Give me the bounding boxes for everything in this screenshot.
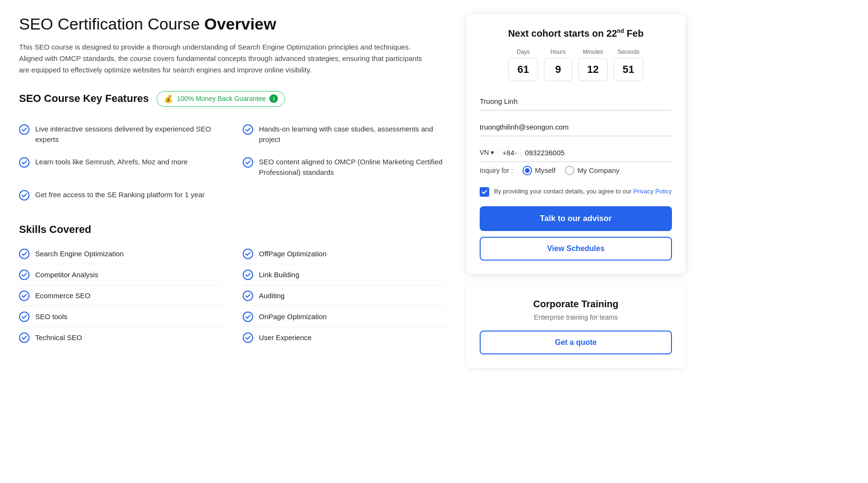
feature-item: Get free access to the SE Ranking platfo… — [19, 184, 224, 206]
course-description: This SEO course is designed to provide a… — [19, 41, 428, 76]
radio-company-indicator — [565, 166, 574, 175]
skill-text: Ecommerce SEO — [35, 292, 90, 300]
skill-text: User Experience — [259, 333, 312, 342]
skill-item: OffPage Optimization — [243, 243, 447, 264]
get-quote-button[interactable]: Get a quote — [480, 331, 672, 354]
check-icon — [19, 291, 30, 301]
corporate-subtitle: Enterprise training for teams — [480, 313, 672, 321]
money-back-badge: 💰 100% Money Back Guarantee i — [157, 91, 286, 107]
check-icon — [19, 157, 30, 168]
phone-number-input[interactable] — [525, 149, 672, 157]
check-icon — [243, 291, 253, 301]
skill-text: Link Building — [259, 271, 299, 279]
corporate-training-card: Corporate Training Enterprise training f… — [466, 285, 685, 368]
check-icon — [243, 332, 253, 343]
skill-item: Link Building — [243, 264, 447, 285]
country-selector[interactable]: VN ▾ — [480, 149, 498, 156]
name-input[interactable] — [480, 92, 672, 111]
countdown-seconds: Seconds 51 — [613, 49, 643, 81]
check-icon — [243, 249, 253, 259]
check-icon — [243, 124, 253, 135]
feature-item: Hands-on learning with case studies, ass… — [243, 118, 447, 151]
inquiry-row: Inquiry for : Myself My Company — [480, 162, 672, 179]
skills-title: Skills Covered — [19, 223, 447, 236]
feature-text: Learn tools like Semrush, Ahrefs, Moz an… — [35, 157, 187, 168]
check-icon — [243, 157, 253, 168]
skills-grid: Search Engine Optimization Competitor An… — [19, 243, 447, 348]
talk-to-advisor-button[interactable]: Talk to our advisor — [480, 206, 672, 231]
check-icon — [19, 312, 30, 322]
skill-text: Search Engine Optimization — [35, 250, 124, 258]
feature-item: Learn tools like Semrush, Ahrefs, Moz an… — [19, 151, 224, 184]
skill-item: Ecommerce SEO — [19, 285, 224, 306]
view-schedules-button[interactable]: View Schedules — [480, 237, 672, 261]
features-grid: Live interactive sessions delivered by e… — [19, 118, 447, 206]
countdown-hours: Hours 9 — [544, 49, 572, 81]
info-icon: i — [269, 94, 278, 103]
check-icon — [243, 270, 253, 280]
email-input[interactable] — [480, 118, 672, 136]
check-icon — [243, 312, 253, 322]
consent-row[interactable]: By providing your contact details, you a… — [480, 187, 672, 197]
countdown-days: Days 61 — [508, 49, 538, 81]
cohort-title: Next cohort starts on 22nd Feb — [480, 28, 672, 39]
cohort-card: Next cohort starts on 22nd Feb Days 61 H… — [466, 14, 685, 274]
phone-field[interactable]: VN ▾ +84- — [480, 144, 672, 162]
skill-text: OnPage Optimization — [259, 312, 327, 321]
skill-text: Technical SEO — [35, 333, 82, 342]
skills-right-column: OffPage Optimization Link Building Audit… — [243, 243, 447, 348]
skills-section: Skills Covered Search Engine Optimizatio… — [19, 223, 447, 348]
skill-text: Competitor Analysis — [35, 271, 99, 279]
main-content: SEO Certification Course Overview This S… — [19, 14, 447, 469]
name-field[interactable] — [480, 92, 672, 111]
sidebar: Next cohort starts on 22nd Feb Days 61 H… — [466, 14, 685, 469]
key-features-title: SEO Course Key Features — [19, 92, 149, 105]
check-icon — [19, 190, 30, 201]
money-bag-icon: 💰 — [164, 94, 173, 103]
radio-myself-indicator — [523, 166, 532, 175]
page-title: SEO Certification Course Overview — [19, 14, 447, 34]
feature-item: SEO content aligned to OMCP (Online Mark… — [243, 151, 447, 184]
countdown-minutes: Minutes 12 — [578, 49, 608, 81]
chevron-down-icon: ▾ — [491, 149, 494, 156]
privacy-policy-link[interactable]: Privacy Policy — [633, 188, 672, 195]
consent-checkbox[interactable] — [480, 187, 489, 197]
skill-item: User Experience — [243, 327, 447, 348]
skill-item: SEO tools — [19, 306, 224, 327]
skill-item: OnPage Optimization — [243, 306, 447, 327]
check-icon — [19, 270, 30, 280]
skill-item: Auditing — [243, 285, 447, 306]
consent-text: By providing your contact details, you a… — [494, 187, 672, 196]
skill-text: SEO tools — [35, 312, 68, 321]
feature-text: Live interactive sessions delivered by e… — [35, 124, 224, 145]
skill-text: OffPage Optimization — [259, 250, 326, 258]
email-field[interactable] — [480, 118, 672, 136]
skill-text: Auditing — [259, 292, 285, 300]
feature-text: Hands-on learning with case studies, ass… — [259, 124, 447, 145]
key-features-header: SEO Course Key Features 💰 100% Money Bac… — [19, 91, 447, 107]
corporate-title: Corporate Training — [480, 299, 672, 310]
skill-item: Search Engine Optimization — [19, 243, 224, 264]
feature-text: SEO content aligned to OMCP (Online Mark… — [259, 157, 447, 178]
skill-item: Technical SEO — [19, 327, 224, 348]
feature-text: Get free access to the SE Ranking platfo… — [35, 190, 205, 201]
skills-left-column: Search Engine Optimization Competitor An… — [19, 243, 224, 348]
countdown-timer: Days 61 Hours 9 Minutes 12 Seconds 51 — [480, 49, 672, 81]
radio-myself[interactable]: Myself — [523, 166, 555, 175]
radio-company[interactable]: My Company — [565, 166, 619, 175]
skill-item: Competitor Analysis — [19, 264, 224, 285]
feature-item: Live interactive sessions delivered by e… — [19, 118, 224, 151]
check-icon — [19, 249, 30, 259]
phone-code: +84- — [502, 149, 521, 157]
check-icon — [19, 332, 30, 343]
check-icon — [19, 124, 30, 135]
